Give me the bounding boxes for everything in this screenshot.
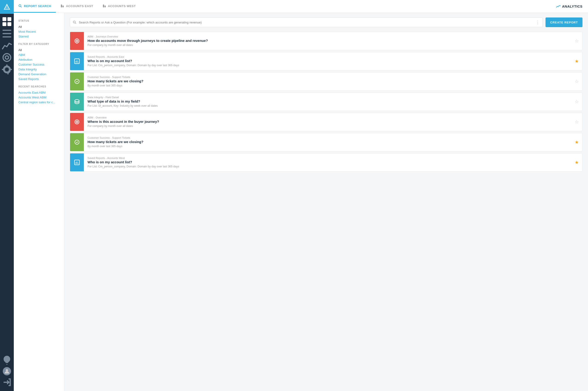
svg-rect-6 — [2, 30, 11, 31]
report-body: Saved Reports - Accounts East Who is on … — [84, 52, 571, 70]
sidebar-filter-demand-generation[interactable]: Demand Generation — [18, 72, 60, 77]
tab-accounts-east[interactable]: ACCOUNTS EAST — [56, 0, 98, 13]
app-logo[interactable] — [0, 0, 14, 14]
report-subtitle: By month over last 365 days — [87, 145, 568, 148]
nav-logout-icon[interactable] — [1, 377, 12, 388]
sidebar-filter-attribution[interactable]: Attribution — [18, 57, 60, 62]
sidebar-filter-customer-success[interactable]: Customer Success — [18, 62, 60, 67]
report-icon-block — [70, 93, 84, 111]
svg-point-12 — [19, 4, 21, 7]
report-icon-block — [70, 32, 84, 50]
report-star[interactable]: ☆ — [571, 113, 582, 131]
tab-accounts-west[interactable]: ACCOUNTS WEST — [98, 0, 140, 13]
report-category: Data Integrity - Field Detail — [87, 96, 568, 99]
sidebar-status-most-recent[interactable]: Most Recent — [18, 29, 60, 34]
report-subtitle: For List: Sf_account, Key: Industry by w… — [87, 104, 568, 107]
search-bar[interactable]: ⋮ — [70, 17, 543, 27]
report-subtitle: For company by month over all dates — [87, 43, 568, 47]
svg-point-29 — [77, 122, 77, 122]
report-star[interactable]: ☆ — [571, 32, 582, 50]
report-card: ABM - Journeys Overview How do accounts … — [70, 32, 583, 50]
search-icon — [73, 20, 76, 24]
report-icon-block — [70, 73, 84, 90]
report-card: Saved Reports - Accounts East Who is on … — [70, 52, 583, 70]
report-star[interactable]: ☆ — [571, 93, 582, 111]
report-category: ABM - Overview — [87, 116, 568, 119]
tab-report-search[interactable]: REPORT SEARCH — [14, 0, 56, 13]
report-star[interactable]: ☆ — [571, 73, 582, 90]
sidebar-filter-all[interactable]: All — [18, 48, 60, 52]
svg-line-13 — [21, 6, 22, 7]
report-card: Saved Reports - Accounts West Who is on … — [70, 153, 583, 172]
report-title[interactable]: How many tickets are we closing? — [87, 79, 568, 83]
svg-rect-7 — [2, 33, 11, 34]
report-star[interactable]: ★ — [571, 133, 582, 151]
top-bar: REPORT SEARCH ACCOUNTS EAST ACCOUNTS WES… — [14, 0, 588, 13]
report-card: Customer Success - Support Tickets How m… — [70, 133, 583, 151]
svg-point-18 — [77, 41, 77, 41]
create-report-button[interactable]: CREATE REPORT — [545, 17, 583, 27]
report-title[interactable]: Who is on my account list? — [87, 160, 568, 164]
nav-analytics-icon[interactable] — [1, 40, 12, 51]
report-icon-block — [70, 52, 84, 70]
sidebar-status-all[interactable]: All — [18, 24, 60, 29]
report-category: Customer Success - Support Tickets — [87, 76, 568, 79]
top-tabs: REPORT SEARCH ACCOUNTS EAST ACCOUNTS WES… — [14, 0, 140, 13]
svg-line-15 — [75, 23, 76, 24]
report-title[interactable]: What type of data is in my field? — [87, 99, 568, 103]
main-area: REPORT SEARCH ACCOUNTS EAST ACCOUNTS WES… — [14, 0, 588, 391]
sidebar-filter-abm[interactable]: ABM — [18, 52, 60, 57]
filter-section-title: Filter by Category — [18, 43, 60, 45]
report-subtitle: For List: Cm_person_company, Domain: Dom… — [87, 165, 568, 168]
status-section-title: Status — [18, 19, 60, 22]
nav-circle-icon[interactable] — [1, 52, 12, 63]
svg-rect-2 — [2, 17, 6, 21]
nav-bulb-icon[interactable] — [1, 355, 12, 366]
report-title[interactable]: How do accounts move through journeys to… — [87, 39, 568, 43]
svg-rect-4 — [2, 22, 6, 26]
sidebar-status-starred[interactable]: Starred — [18, 34, 60, 39]
report-title[interactable]: Where is this account in the buyer journ… — [87, 120, 568, 123]
report-title[interactable]: Who is on my account list? — [87, 59, 568, 63]
report-star[interactable]: ★ — [571, 153, 582, 171]
sidebar-filter-data-integrity[interactable]: Data Integrity — [18, 67, 60, 72]
analytics-label: ANALYTICS — [556, 4, 583, 8]
report-category: Saved Reports - Accounts East — [87, 55, 568, 58]
report-category: Saved Reports - Accounts West — [87, 157, 568, 159]
report-body: ABM - Overview Where is this account in … — [84, 113, 571, 131]
svg-rect-3 — [7, 17, 11, 21]
svg-point-14 — [73, 21, 75, 23]
search-input[interactable] — [79, 21, 533, 24]
sidebar-filter-saved-reports[interactable]: Saved Reports — [18, 77, 60, 82]
search-bar-row: ⋮ CREATE REPORT — [70, 17, 583, 27]
report-star[interactable]: ★ — [571, 52, 582, 70]
report-body: Customer Success - Support Tickets How m… — [84, 133, 571, 151]
report-subtitle: For company by month over all dates — [87, 124, 568, 128]
report-subtitle: For List: Cm_person_company, Domain: Dom… — [87, 64, 568, 67]
main-content: ⋮ CREATE REPORT ABM - Journeys Overview … — [64, 13, 588, 391]
report-card: Customer Success - Support Tickets How m… — [70, 72, 583, 91]
report-subtitle: By month over last 365 days — [87, 84, 568, 87]
report-body: Data Integrity - Field Detail What type … — [84, 93, 571, 111]
report-list: ABM - Journeys Overview How do accounts … — [70, 32, 583, 173]
nav-user-avatar[interactable] — [3, 367, 11, 375]
svg-point-9 — [3, 54, 11, 61]
nav-list-icon[interactable] — [1, 28, 12, 39]
report-card: Data Integrity - Field Detail What type … — [70, 93, 583, 111]
svg-rect-8 — [2, 36, 11, 37]
nav-grid-icon[interactable] — [1, 16, 12, 27]
left-nav — [0, 0, 14, 391]
report-title[interactable]: How many tickets are we closing? — [87, 140, 568, 144]
search-more-icon[interactable]: ⋮ — [536, 20, 540, 25]
sidebar-recent-1[interactable]: Accounts West ABM — [18, 95, 60, 100]
svg-rect-5 — [7, 22, 11, 26]
nav-settings-icon[interactable] — [1, 64, 12, 75]
report-card: ABM - Overview Where is this account in … — [70, 113, 583, 131]
report-body: Saved Reports - Accounts West Who is on … — [84, 153, 571, 171]
report-icon-block — [70, 113, 84, 131]
sidebar-recent-0[interactable]: Accounts East ABM — [18, 90, 60, 95]
content-area: Status All Most Recent Starred Filter by… — [14, 13, 588, 391]
sidebar-recent-2[interactable]: Central region sales for c... — [18, 100, 60, 105]
report-body: Customer Success - Support Tickets How m… — [84, 73, 571, 90]
top-right: ANALYTICS — [556, 0, 588, 13]
